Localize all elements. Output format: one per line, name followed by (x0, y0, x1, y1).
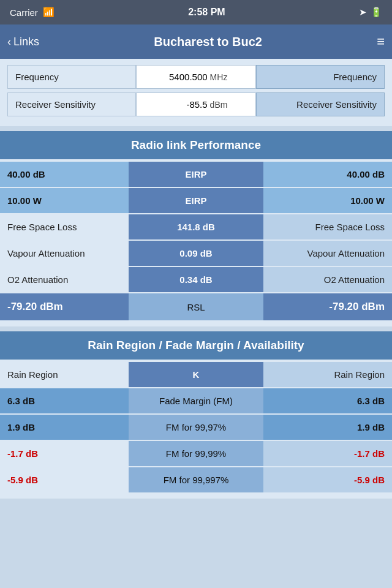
back-button[interactable]: ‹ Links (7, 36, 39, 48)
rain-cell-left: -5.9 dB (0, 467, 129, 492)
receiver-unit: dBm (210, 100, 232, 110)
perf-cell-center: 0.34 dB (129, 267, 263, 292)
rain-table: Rain Region K Rain Region 6.3 dB Fade Ma… (0, 360, 392, 499)
frequency-label-right: Frequency (256, 65, 385, 89)
frequency-unit: MHz (210, 72, 232, 82)
rain-section: Rain Region / Fade Margin / Availability… (0, 331, 392, 499)
input-section: Frequency MHz Frequency Receiver Sensiti… (0, 59, 392, 126)
receiver-input[interactable] (161, 94, 210, 115)
perf-cell-center: EIRP (129, 188, 263, 213)
perf-cell-center: 0.09 dB (129, 241, 263, 266)
perf-cell-right: 10.00 W (263, 188, 392, 213)
rain-cell-right: Rain Region (263, 362, 392, 387)
battery-icon: 🔋 (371, 7, 382, 18)
rain-cell-right: -5.9 dB (263, 467, 392, 492)
rain-cell-center: Fade Margin (FM) (129, 388, 263, 413)
perf-cell-right: Free Space Loss (263, 214, 392, 239)
rain-row: Rain Region K Rain Region (0, 362, 392, 387)
carrier-label: Carrier (10, 7, 38, 18)
receiver-label-right: Receiver Sensitivity (256, 92, 385, 116)
perf-cell-right: 40.00 dB (263, 162, 392, 187)
back-label: Links (13, 36, 39, 48)
rain-cell-center: FM for 99,97% (129, 415, 263, 440)
menu-icon: ≡ (377, 34, 385, 49)
performance-table: 40.00 dB EIRP 40.00 dB 10.00 W EIRP 10.0… (0, 159, 392, 326)
rain-cell-center: FM for 99,997% (129, 467, 263, 492)
perf-cell-right: -79.20 dBm (263, 293, 392, 320)
perf-cell-left: 10.00 W (0, 188, 129, 213)
nav-bar: ‹ Links Bucharest to Buc2 ≡ (0, 24, 392, 59)
rain-cell-right: 6.3 dB (263, 388, 392, 413)
perf-cell-left: O2 Attenuation (0, 267, 129, 292)
perf-cell-left: 40.00 dB (0, 162, 129, 187)
perf-row: -79.20 dBm RSL -79.20 dBm (0, 293, 392, 320)
perf-cell-right: O2 Attenuation (263, 267, 392, 292)
receiver-input-wrap: dBm (136, 92, 256, 116)
perf-row: Vapour Attenuation 0.09 dB Vapour Attenu… (0, 241, 392, 266)
rain-row: -5.9 dB FM for 99,997% -5.9 dB (0, 467, 392, 492)
perf-row: O2 Attenuation 0.34 dB O2 Attenuation (0, 267, 392, 292)
page-title: Bucharest to Buc2 (39, 35, 377, 49)
radio-link-header: Radio link Performance (0, 131, 392, 159)
wifi-icon: 📶 (43, 7, 55, 18)
perf-cell-right: Vapour Attenuation (263, 241, 392, 266)
status-right: ➤ 🔋 (359, 7, 382, 18)
rain-cell-left: 6.3 dB (0, 388, 129, 413)
perf-cell-center: RSL (129, 293, 263, 320)
frequency-input-wrap: MHz (136, 65, 256, 89)
status-left: Carrier 📶 (10, 7, 55, 18)
rain-cell-right: 1.9 dB (263, 415, 392, 440)
rain-cell-center: FM for 99,99% (129, 441, 263, 466)
perf-cell-center: EIRP (129, 162, 263, 187)
perf-row: 10.00 W EIRP 10.00 W (0, 188, 392, 213)
input-grid: Frequency MHz Frequency Receiver Sensiti… (7, 65, 385, 116)
perf-row: 40.00 dB EIRP 40.00 dB (0, 162, 392, 187)
rain-cell-center: K (129, 362, 263, 387)
perf-cell-left: Vapour Attenuation (0, 241, 129, 266)
menu-button[interactable]: ≡ (377, 34, 385, 50)
rain-row: -1.7 dB FM for 99,99% -1.7 dB (0, 441, 392, 466)
perf-cell-left: -79.20 dBm (0, 293, 129, 320)
rain-row: 6.3 dB Fade Margin (FM) 6.3 dB (0, 388, 392, 413)
rain-row: 1.9 dB FM for 99,97% 1.9 dB (0, 415, 392, 440)
rain-cell-left: 1.9 dB (0, 415, 129, 440)
rain-header: Rain Region / Fade Margin / Availability (0, 331, 392, 360)
rain-cell-right: -1.7 dB (263, 441, 392, 466)
perf-row: Free Space Loss 141.8 dB Free Space Loss (0, 214, 392, 239)
perf-cell-center: 141.8 dB (129, 214, 263, 239)
frequency-label-left: Frequency (7, 65, 136, 89)
status-bar: Carrier 📶 2:58 PM ➤ 🔋 (0, 0, 392, 24)
location-icon: ➤ (359, 7, 367, 18)
status-time: 2:58 PM (188, 7, 225, 18)
rain-cell-left: -1.7 dB (0, 441, 129, 466)
perf-cell-left: Free Space Loss (0, 214, 129, 239)
chevron-left-icon: ‹ (7, 36, 11, 48)
frequency-input[interactable] (161, 67, 210, 87)
receiver-label-left: Receiver Sensitivity (7, 92, 136, 116)
rain-cell-left: Rain Region (0, 362, 129, 387)
